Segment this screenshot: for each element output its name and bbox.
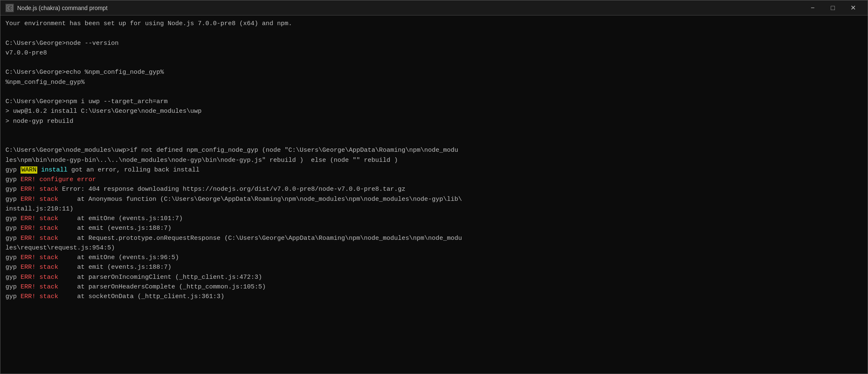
err-label-configure: ERR! (21, 176, 36, 183)
stack-label-3: stack (39, 215, 58, 222)
line-blank3 (5, 87, 863, 97)
line-env-setup: Your environment has been set up for usi… (5, 19, 863, 29)
line-cmd-echo: C:\Users\George>echo %npm_config_node_gy… (5, 68, 863, 77)
err-label-6: ERR! (21, 254, 36, 261)
line-gyp-err-stack3: gyp ERR! stack at emitOne (events.js:101… (5, 214, 863, 223)
line-node-gyp: > node-gyp rebuild (5, 117, 863, 126)
close-button[interactable]: ✕ (843, 0, 863, 16)
err-label-5: ERR! (21, 235, 36, 242)
line-blank5 (5, 136, 863, 145)
line-blank2 (5, 58, 863, 68)
line-gyp-err-stack10: gyp ERR! stack at socketOnData (_http_cl… (5, 292, 863, 301)
line-gyp-err-stack2: gyp ERR! stack at Anonymous function (C:… (5, 195, 863, 204)
line-echo-output: %npm_config_node_gyp% (5, 78, 863, 87)
line-les-request: les\request\request.js:954:5) (5, 243, 863, 253)
err-label-3: ERR! (21, 215, 36, 222)
line-cmd-node-version: C:\Users\George>node --version (5, 39, 863, 48)
line-cmd-npm: C:\Users\George>npm i uwp --target_arch=… (5, 97, 863, 106)
maximize-button[interactable]: □ (823, 0, 842, 16)
line-les-npm: les\npm\bin\node-gyp-bin\..\..\node_modu… (5, 156, 863, 165)
minimize-button[interactable]: − (803, 0, 822, 16)
window-title: Node.js (chakra) command prompt (17, 5, 803, 11)
stack-label-6: stack (39, 254, 58, 261)
err-label-10: ERR! (21, 293, 36, 300)
title-bar: C:\ Node.js (chakra) command prompt − □ … (0, 0, 868, 16)
app-icon: C:\ (5, 4, 14, 12)
line-gyp-err-stack4: gyp ERR! stack at emit (events.js:188:7) (5, 223, 863, 233)
line-uwp-install: > uwp@1.0.2 install C:\Users\George\node… (5, 106, 863, 116)
stack-label-5: stack (39, 235, 58, 242)
warn-label: WARN (21, 166, 37, 174)
line-if-not-defined: C:\Users\George\node_modules\uwp>if not … (5, 145, 863, 155)
stack-label-4: stack (39, 225, 58, 232)
err-label-7: ERR! (21, 264, 36, 271)
line-node-version-output: v7.0.0-pre8 (5, 48, 863, 58)
line-blank1 (5, 29, 863, 38)
stack-label-2: stack (39, 196, 58, 203)
line-gyp-err-stack9: gyp ERR! stack at parserOnHeadersComplet… (5, 282, 863, 292)
stack-label-7: stack (39, 264, 58, 271)
line-gyp-err-configure: gyp ERR! configure error (5, 175, 863, 184)
install-label: install (41, 166, 67, 174)
stack-label-1: stack (39, 186, 58, 193)
terminal-output: Your environment has been set up for usi… (0, 16, 868, 374)
line-gyp-err-stack1: gyp ERR! stack Error: 404 response downl… (5, 184, 863, 194)
line-blank4 (5, 126, 863, 136)
line-gyp-warn: gyp WARN install got an error, rolling b… (5, 165, 863, 175)
line-gyp-err-stack6: gyp ERR! stack at emitOne (events.js:96:… (5, 253, 863, 262)
err-label-1: ERR! (21, 186, 36, 193)
line-gyp-err-stack5: gyp ERR! stack at Request.prototype.onRe… (5, 234, 863, 243)
stack-label-10: stack (39, 293, 58, 300)
line-install-js: install.js:210:11) (5, 204, 863, 214)
err-label-8: ERR! (21, 274, 36, 281)
configure-label: configure error (39, 176, 96, 183)
stack-label-9: stack (39, 283, 58, 291)
stack-label-8: stack (39, 274, 58, 281)
window-controls: − □ ✕ (803, 0, 863, 16)
line-gyp-err-stack7: gyp ERR! stack at emit (events.js:188:7) (5, 262, 863, 272)
err-label-4: ERR! (21, 225, 36, 232)
window: C:\ Node.js (chakra) command prompt − □ … (0, 0, 868, 374)
err-label-9: ERR! (21, 283, 36, 291)
err-label-2: ERR! (21, 196, 36, 203)
line-gyp-err-stack8: gyp ERR! stack at parserOnIncomingClient… (5, 273, 863, 282)
svg-text:C:\: C:\ (8, 6, 13, 10)
